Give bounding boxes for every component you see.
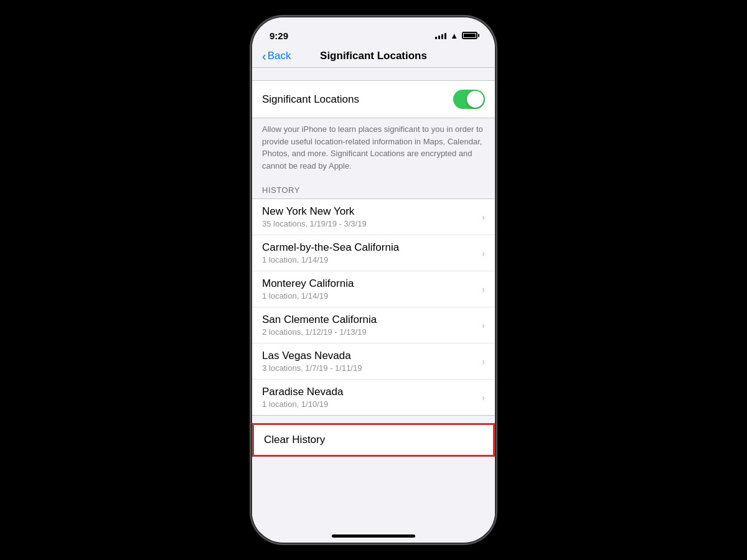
toggle-knob [467, 91, 484, 108]
location-title: Carmel-by-the-Sea California [262, 241, 482, 254]
content-area: Significant Locations Allow your iPhone … [252, 68, 495, 532]
history-list: New York New York 35 locations, 1/19/19 … [252, 198, 495, 416]
back-label: Back [268, 50, 291, 62]
home-indicator [332, 534, 415, 538]
chevron-right-icon: › [482, 393, 485, 403]
location-subtitle: 35 locations, 1/19/19 - 3/3/19 [262, 219, 482, 228]
nav-bar: ‹ Back Significant Locations [252, 45, 495, 68]
clear-history-label: Clear History [264, 434, 325, 446]
location-title: Paradise Nevada [262, 386, 482, 398]
clear-history-button[interactable]: Clear History [254, 425, 493, 455]
toggle-group: Significant Locations [252, 80, 495, 118]
chevron-right-icon: › [482, 248, 485, 258]
status-bar: 9:29 ▲ [252, 17, 495, 45]
clear-history-group: Clear History [252, 423, 495, 457]
chevron-right-icon: › [482, 212, 485, 222]
list-item[interactable]: Monterey California 1 location, 1/14/19 … [252, 271, 495, 307]
description-text: Allow your iPhone to learn places signif… [252, 118, 495, 182]
location-subtitle: 1 location, 1/10/19 [262, 399, 482, 409]
back-button[interactable]: ‹ Back [262, 50, 291, 62]
battery-icon [462, 32, 477, 39]
significant-locations-row[interactable]: Significant Locations [252, 81, 495, 118]
status-time: 9:29 [270, 30, 288, 41]
list-item[interactable]: Carmel-by-the-Sea California 1 location,… [252, 235, 495, 271]
history-section-header: HISTORY [252, 182, 495, 198]
back-chevron-icon: ‹ [262, 50, 266, 62]
location-subtitle: 2 locations, 1/12/19 - 1/13/19 [262, 327, 482, 337]
location-title: New York New York [262, 205, 482, 218]
top-gap [252, 68, 495, 80]
status-icons: ▲ [435, 31, 477, 40]
location-subtitle: 1 location, 1/14/19 [262, 291, 482, 301]
chevron-right-icon: › [482, 357, 485, 366]
location-title: Monterey California [262, 278, 482, 290]
chevron-right-icon: › [482, 284, 485, 294]
location-title: Las Vegas Nevada [262, 350, 482, 362]
location-subtitle: 3 locations, 1/7/19 - 1/11/19 [262, 363, 482, 373]
list-item[interactable]: Paradise Nevada 1 location, 1/10/19 › [252, 380, 495, 415]
wifi-icon: ▲ [450, 31, 458, 40]
location-title: San Clemente California [262, 314, 482, 326]
bottom-gap [252, 457, 495, 531]
list-item[interactable]: New York New York 35 locations, 1/19/19 … [252, 199, 495, 235]
signal-icon [435, 32, 446, 39]
page-title: Significant Locations [320, 50, 427, 62]
toggle-switch[interactable] [453, 90, 485, 109]
location-subtitle: 1 location, 1/14/19 [262, 255, 482, 264]
phone-frame: 9:29 ▲ ‹ Back Significant Locations [252, 17, 495, 543]
list-item[interactable]: Las Vegas Nevada 3 locations, 1/7/19 - 1… [252, 343, 495, 380]
list-item[interactable]: San Clemente California 2 locations, 1/1… [252, 307, 495, 343]
toggle-label: Significant Locations [262, 93, 359, 106]
chevron-right-icon: › [482, 320, 485, 330]
